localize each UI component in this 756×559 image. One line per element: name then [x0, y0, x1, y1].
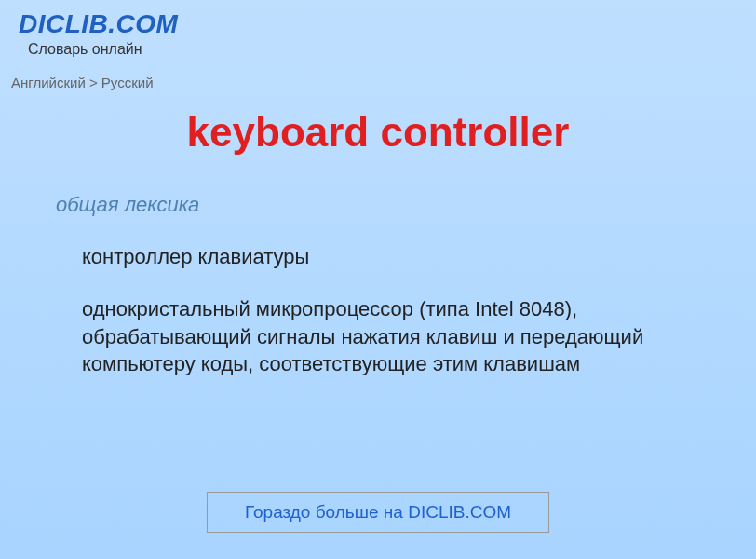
site-logo[interactable]: DICLIB.COM: [19, 9, 756, 39]
site-tagline: Словарь онлайн: [28, 41, 756, 58]
dictionary-term: keyboard controller: [0, 109, 756, 156]
breadcrumb[interactable]: Английский > Русский: [11, 75, 756, 90]
more-link[interactable]: Гораздо больше на DICLIB.COM: [207, 492, 549, 533]
definition-detail: однокристальный микропроцессор (типа Int…: [82, 295, 700, 378]
content-area: общая лексика контроллер клавиатуры одно…: [0, 156, 756, 397]
term-category: общая лексика: [56, 193, 700, 217]
definition-primary: контроллер клавиатуры: [82, 245, 700, 269]
header: DICLIB.COM Словарь онлайн: [0, 0, 756, 58]
